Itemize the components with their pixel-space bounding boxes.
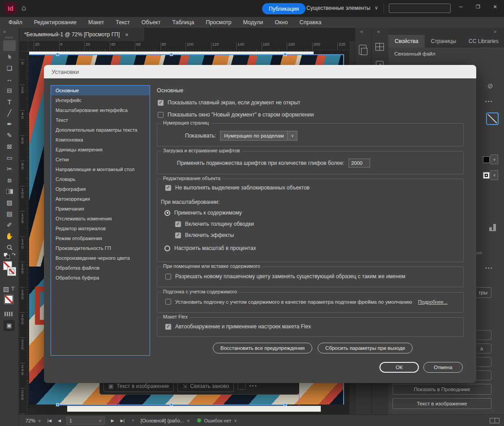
no-text-wrap-icon[interactable] <box>486 112 499 125</box>
swap-arrow-icon[interactable]: ↷ <box>12 252 16 258</box>
prefs-sidebar-item-0[interactable]: Основные <box>51 86 150 95</box>
legacy-new-doc-checkbox[interactable] <box>158 112 164 118</box>
apply-none-swatch[interactable] <box>4 295 13 304</box>
document-tab[interactable]: *Безымянный-1 @ 72% [Просмотр ГП] × <box>20 28 144 41</box>
tab-properties[interactable]: Свойства <box>388 35 425 47</box>
adjust-percent-radio[interactable] <box>164 245 170 251</box>
unlink-icon[interactable]: ⊘ <box>487 82 493 90</box>
format-container-icon[interactable] <box>4 287 9 292</box>
pencil-tool[interactable]: ✎ <box>3 130 16 141</box>
pages-panel-icon[interactable] <box>359 45 366 55</box>
grid-panel-icon[interactable] <box>375 43 384 51</box>
menu-item-9[interactable]: Справка <box>293 17 327 28</box>
show-in-explorer-button[interactable]: Показать в Проводнике <box>392 384 491 395</box>
note-tool[interactable]: ▤ <box>3 208 16 219</box>
include-stroke-checkbox[interactable] <box>175 221 181 227</box>
line-tool[interactable]: ╱ <box>3 108 16 118</box>
cancel-button[interactable]: Отмена <box>423 362 463 373</box>
prefs-sidebar-item-3[interactable]: Текст <box>51 115 150 125</box>
selection-frame-top[interactable] <box>29 54 344 55</box>
selection-tool[interactable] <box>3 40 16 51</box>
default-fill-stroke-icon[interactable] <box>6 255 10 259</box>
prefs-sidebar-item-5[interactable]: Компоновка <box>51 135 150 145</box>
spread-view-icon[interactable] <box>490 418 500 423</box>
menu-item-5[interactable]: Таблица <box>166 17 200 28</box>
selection-handle[interactable] <box>170 403 173 406</box>
gradient-feather-tool[interactable]: ▨ <box>3 197 16 208</box>
menu-item-2[interactable]: Макет <box>82 17 110 28</box>
prefs-sidebar-item-11[interactable]: Автокоррекция <box>51 194 150 204</box>
horizontal-ruler[interactable]: 20020406080100120140160180200220 <box>29 41 349 52</box>
vertical-ruler[interactable]: 020406080100120140160180200220240260280 <box>19 52 29 414</box>
menu-item-0[interactable]: Файл <box>3 17 28 28</box>
selection-handle[interactable] <box>284 403 287 406</box>
frame-tool[interactable]: ⊠ <box>3 141 16 152</box>
workspace-selector[interactable]: Существенные элементы <box>306 5 370 11</box>
home-icon[interactable]: ⌂ <box>22 4 26 13</box>
preflight-icon[interactable]: ◔ <box>131 417 134 424</box>
font-subset-input[interactable] <box>349 159 370 168</box>
selection-handle[interactable] <box>284 53 287 56</box>
prefs-sidebar-item-17[interactable]: Воспроизведение черного цвета <box>51 253 150 263</box>
flex-auto-checkbox[interactable] <box>165 324 171 330</box>
prefs-sidebar-item-9[interactable]: Словарь <box>51 174 150 184</box>
selection-handle[interactable] <box>170 53 173 56</box>
chevron-down-icon[interactable]: ∨ <box>234 418 237 423</box>
stroke-color-dropdown[interactable]: ∨ <box>483 170 498 180</box>
prevent-locked-checkbox[interactable] <box>165 185 171 191</box>
scissors-tool[interactable]: ✂ <box>3 164 16 174</box>
collapse-dock-icon[interactable]: « <box>360 29 363 34</box>
prefs-sidebar-item-4[interactable]: Дополнительные параметры текста <box>51 125 150 135</box>
selection-handle[interactable] <box>56 403 59 406</box>
menu-item-4[interactable]: Объект <box>136 17 167 28</box>
zoom-level[interactable]: 72% <box>26 418 35 423</box>
page-tool[interactable]: ❏ <box>3 63 16 73</box>
chevron-down-icon[interactable]: ∨ <box>375 5 378 11</box>
first-page-button[interactable]: |◀ <box>47 418 52 423</box>
reset-warnings-button[interactable]: Восстановить все предупреждения <box>213 343 312 353</box>
show-home-checkbox[interactable] <box>158 100 164 106</box>
prefs-sidebar-item-13[interactable]: Отслеживать изменения <box>51 214 150 224</box>
more-options-icon[interactable]: ••• <box>485 265 493 271</box>
zoom-tool[interactable] <box>3 242 16 253</box>
prefs-sidebar-item-16[interactable]: Производительность ГП <box>51 243 150 253</box>
ruler-origin[interactable] <box>19 41 29 52</box>
apply-to-content-radio[interactable] <box>164 210 170 216</box>
rectangle-tool[interactable]: ▭ <box>3 152 16 163</box>
tab-pages[interactable]: Страницы <box>425 35 462 47</box>
selection-handle[interactable] <box>56 53 59 56</box>
prefs-sidebar-item-6[interactable]: Единицы измерения <box>51 145 150 155</box>
master-page-dropdown[interactable]: [Основной] (рабо... <box>141 418 184 423</box>
direct-selection-tool[interactable] <box>3 52 16 62</box>
gradient-tool[interactable] <box>3 186 16 197</box>
prefs-sidebar-item-18[interactable]: Обработка файлов <box>51 263 150 273</box>
menu-item-1[interactable]: Редактирование <box>28 17 82 28</box>
drag-handle[interactable] <box>5 37 13 39</box>
chevron-down-icon[interactable]: ∨ <box>38 418 41 423</box>
minimize-button[interactable]: ─ <box>453 0 469 13</box>
preflight-errors-label[interactable]: Ошибок нет <box>204 418 232 423</box>
free-transform-tool[interactable]: ⧈ <box>3 175 16 185</box>
eyedropper-tool[interactable]: ✐ <box>3 219 16 230</box>
type-tool[interactable]: T <box>3 96 16 107</box>
more-options-icon[interactable]: ••• <box>485 99 493 104</box>
menu-item-7[interactable]: Модули <box>237 17 269 28</box>
ok-button[interactable]: ОК <box>379 362 419 373</box>
maximize-button[interactable]: ❐ <box>470 0 486 13</box>
chevron-down-icon[interactable]: ∨ <box>187 418 190 423</box>
text-to-image-panel-button[interactable]: Текст в изображение <box>392 398 491 409</box>
publish-button[interactable]: Публикация <box>262 3 306 14</box>
menu-item-3[interactable]: Текст <box>110 17 135 28</box>
prefs-sidebar-item-12[interactable]: Примечания <box>51 204 150 214</box>
prefs-sidebar-item-14[interactable]: Редактор материалов <box>51 224 150 233</box>
prev-page-button[interactable]: ◀ <box>58 418 61 423</box>
include-effects-checkbox[interactable] <box>175 232 181 238</box>
menu-item-8[interactable]: Окно <box>269 17 293 28</box>
page-numbering-select[interactable]: Нумерацию по разделам ∨ <box>220 131 297 141</box>
default-fit-checkbox[interactable] <box>165 299 171 305</box>
learn-more-link[interactable]: Подробнее... <box>418 299 448 305</box>
menu-item-6[interactable]: Просмотр <box>200 17 237 28</box>
tab-close-icon[interactable]: × <box>125 31 129 38</box>
page-number-field[interactable]: 1 ∨ <box>66 417 105 425</box>
spot-color-checkbox[interactable] <box>165 274 171 280</box>
